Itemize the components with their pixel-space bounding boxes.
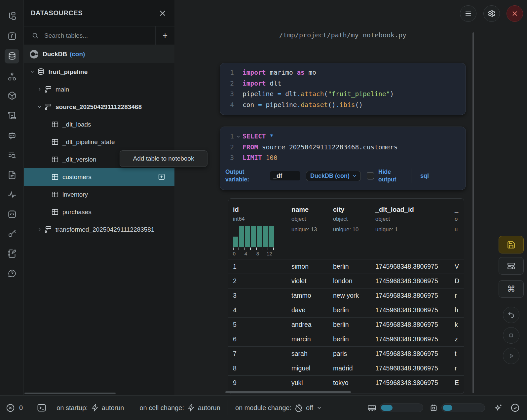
schema-icon: [44, 103, 52, 111]
command-palette-button[interactable]: ⌘: [499, 280, 524, 298]
list-search-icon[interactable]: [5, 148, 19, 162]
sitemap-icon[interactable]: [5, 69, 19, 84]
add-table-to-notebook-icon[interactable]: [158, 173, 165, 180]
layout-button[interactable]: [499, 257, 524, 275]
terminal-button[interactable]: [37, 403, 47, 413]
engine-row-duckdb[interactable]: DuckDB (con): [24, 45, 174, 63]
table-row[interactable]: 1simonberlin1745968348.3806975V: [228, 259, 464, 274]
tree-item-schema[interactable]: transformed_202504291112283581: [24, 221, 174, 238]
ai-assist-button[interactable]: [494, 403, 503, 412]
tree-item-table-customers[interactable]: customers: [24, 168, 174, 186]
python-code-editor[interactable]: 1import marimo as mo 2import dlt 3pipeli…: [220, 63, 466, 114]
status-bar: 0 on startup: autorun on cell change: au…: [0, 395, 527, 420]
tree-item-schema[interactable]: main: [24, 81, 174, 98]
menu-button[interactable]: [460, 5, 476, 22]
output-variable-input[interactable]: [270, 171, 300, 180]
tree-item-table[interactable]: _dlt_loads: [24, 116, 174, 133]
datasources-header: DATASOURCES: [24, 0, 174, 26]
sidebar-horizontal-scrollbar[interactable]: [24, 393, 116, 394]
column-header-dlt-load-id[interactable]: _dlt_load_id object unique: 1: [375, 206, 455, 259]
file-text-icon[interactable]: [5, 168, 19, 182]
chevron-down-icon: [37, 104, 42, 109]
on-startup-toggle[interactable]: on startup: autorun: [56, 404, 124, 412]
check-circle-icon: [510, 403, 520, 412]
id-histogram-labels: 04812: [233, 251, 274, 257]
stop-button[interactable]: [503, 327, 519, 344]
notebook-area: /tmp/project/path/my_notebook.py 1import…: [174, 0, 527, 395]
tree-item-table[interactable]: purchases: [24, 203, 174, 221]
line-number: 1: [220, 131, 234, 142]
settings-button[interactable]: [483, 5, 500, 22]
layout-icon: [507, 262, 515, 270]
code-square-icon[interactable]: [5, 207, 19, 221]
search-icon: [32, 32, 39, 39]
language-badge[interactable]: sql: [420, 172, 429, 180]
undo-icon: [507, 311, 515, 319]
cpu-icon: [429, 403, 438, 412]
datasources-icon[interactable]: [5, 49, 19, 63]
line-number: 3: [220, 153, 234, 164]
on-module-change-toggle[interactable]: on module change: off: [235, 403, 322, 412]
help-message-icon[interactable]: [5, 266, 19, 281]
hide-output-checkbox[interactable]: [367, 172, 374, 179]
add-datasource-button[interactable]: +: [156, 26, 174, 45]
tree-item-database[interactable]: fruit_pipeline: [24, 63, 174, 81]
query-result-table: id int64 04812 name object unique: 13: [228, 198, 464, 394]
table-row[interactable]: 7sarahparis1745968348.3806975t: [228, 347, 464, 361]
engine-name: DuckDB: [43, 51, 67, 58]
file-tree-icon[interactable]: [5, 9, 19, 23]
terminal-icon: [37, 403, 47, 413]
shutdown-button[interactable]: [507, 5, 523, 22]
table-row[interactable]: 4daveberlin1745968348.3806975h: [228, 303, 464, 318]
run-button[interactable]: [503, 348, 519, 364]
sql-cell-footer: Output variable: DuckDB (con) Hide outpu…: [220, 165, 466, 189]
sql-code-editor[interactable]: 1SELECT * 2FROM source_20250429111228346…: [220, 127, 466, 165]
tree-item-table[interactable]: _dlt_pipeline_state: [24, 133, 174, 151]
zap-icon: [91, 404, 99, 412]
package-icon[interactable]: [5, 88, 19, 103]
column-header-id[interactable]: id int64 04812: [233, 206, 291, 259]
undo-button[interactable]: [503, 307, 519, 323]
table-row[interactable]: 6marcinberlin1745968348.3806975z: [228, 332, 464, 347]
column-header-city[interactable]: city object unique: 10: [333, 206, 375, 259]
table-row[interactable]: 9yukitokyo1745968348.3806975E: [228, 376, 464, 390]
column-header-name[interactable]: name object unique: 13: [291, 206, 333, 259]
key-icon[interactable]: [5, 226, 19, 241]
footer-divider: [411, 169, 411, 183]
fold-chevron-icon[interactable]: [234, 131, 243, 142]
scroll-text-icon[interactable]: [5, 108, 19, 123]
sql-cell[interactable]: 1SELECT * 2FROM source_20250429111228346…: [220, 127, 466, 190]
vertical-scrollbar[interactable]: [472, 32, 474, 393]
activity-icon[interactable]: [5, 187, 19, 202]
error-count: 0: [19, 404, 23, 412]
save-button[interactable]: [499, 236, 524, 253]
connection-status-button[interactable]: [510, 403, 520, 412]
tree-item-table[interactable]: inventory: [24, 186, 174, 203]
python-cell[interactable]: 1import marimo as mo 2import dlt 3pipeli…: [220, 63, 466, 115]
zap-icon: [187, 404, 195, 412]
table-icon: [51, 156, 59, 163]
table-row[interactable]: 5andreaberlin1745968348.3806975k: [228, 318, 464, 332]
tree-item-schema[interactable]: source_202504291112283468: [24, 98, 174, 116]
line-number: 4: [220, 100, 234, 111]
function-square-icon[interactable]: [5, 29, 19, 43]
notebook-pen-icon[interactable]: [5, 246, 19, 261]
hamburger-icon: [464, 10, 472, 18]
search-input[interactable]: [44, 32, 155, 39]
close-panel-icon[interactable]: [159, 9, 167, 17]
errors-indicator[interactable]: 0: [6, 403, 23, 412]
table-horizontal-scrollbar[interactable]: [225, 391, 351, 393]
floppy-icon: [507, 241, 515, 249]
column-header-clipped[interactable]: _ o u: [455, 206, 464, 259]
on-cell-change-toggle[interactable]: on cell change: autorun: [139, 404, 220, 412]
engine-select[interactable]: DuckDB (con): [306, 171, 361, 181]
table-row[interactable]: 8miguelmadrid1745968348.3806975r: [228, 361, 464, 376]
schema-icon: [44, 226, 52, 233]
memory-icon: [367, 403, 376, 412]
table-row[interactable]: 2violetlondon1745968348.3806975D: [228, 274, 464, 288]
id-histogram: 04812: [233, 226, 274, 257]
table-row[interactable]: 3tammonew york1745968348.3806975r: [228, 288, 464, 303]
bot-icon[interactable]: [5, 128, 19, 142]
table-header-row: id int64 04812 name object unique: 13: [228, 199, 464, 259]
line-number: 2: [220, 78, 234, 89]
